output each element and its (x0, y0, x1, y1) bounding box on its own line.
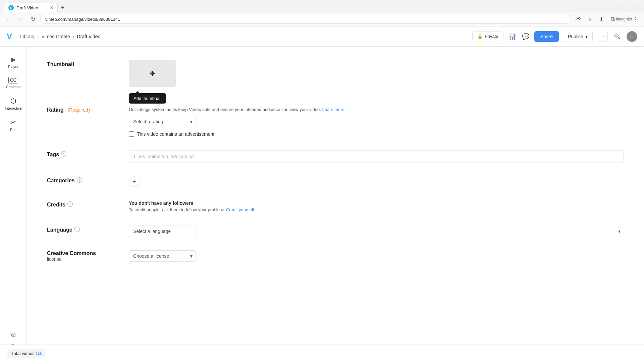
sidebar-item-edit[interactable]: ✂ Edit (2, 115, 25, 135)
close-btn[interactable] (634, 5, 639, 10)
sidebar: ▶ Player CC Captions ⬡ Interactive ✂ Edi… (0, 47, 27, 359)
add-thumbnail-tooltip: Add thumbnail (129, 93, 166, 104)
advertisement-row: This video contains an advertisement (129, 131, 624, 137)
credit-yourself-link[interactable]: Credit yourself (226, 207, 254, 212)
minimize-btn[interactable] (619, 5, 624, 10)
learn-more-link[interactable]: Learn more (322, 107, 344, 112)
private-label: Private (485, 34, 498, 39)
nav-icons: 👁 ☆ ⬇ ⧉ Incognito ⋮ (574, 14, 640, 24)
categories-section: Categories i + (47, 176, 624, 187)
rating-required: (Required) (68, 107, 90, 113)
forward-btn[interactable]: → (16, 14, 25, 24)
sidebar-item-player-label: Player (8, 65, 18, 69)
thumbnail-box[interactable]: ✥ (129, 60, 176, 87)
credits-content: You don't have any followers To credit p… (129, 200, 624, 212)
search-btn[interactable]: 🔍 (612, 31, 623, 42)
bookmark-icon[interactable]: ☆ (585, 14, 594, 24)
menu-icon[interactable]: ⋮ (631, 14, 640, 24)
browser-chrome: Draft Video ✕ + ← → ↻ vimeo.com/manage/v… (0, 0, 644, 26)
tags-label-group: Tags i (47, 150, 121, 158)
download-icon[interactable]: ⬇ (596, 14, 606, 24)
sidebar-item-player[interactable]: ▶ Player (2, 52, 25, 72)
total-videos-badge: Total videos 1/3 (7, 349, 46, 358)
publish-label: Publish (568, 34, 583, 39)
advertisement-checkbox[interactable] (129, 131, 134, 137)
tags-info-icon: i (61, 151, 66, 157)
thumbnail-area: ✥ Add thumbnail (129, 60, 624, 87)
credits-label: Credits (47, 200, 65, 208)
publish-btn[interactable]: Publish ▾ (563, 31, 593, 42)
language-select[interactable]: Select a language (129, 226, 196, 237)
total-videos-label: Total videos (11, 351, 35, 356)
total-videos-count: 1/3 (36, 351, 42, 356)
credits-section: Credits i You don't have any followers T… (47, 200, 624, 212)
categories-info-icon: i (77, 177, 82, 183)
rating-select-wrapper: Select a rating ▾ (129, 116, 196, 127)
browser-tabs: Draft Video ✕ + (4, 3, 67, 12)
cursor-icon: ✥ (150, 69, 155, 77)
vimeo-logo: V (7, 32, 12, 41)
advertisement-label[interactable]: This video contains an advertisement (137, 131, 214, 137)
credits-description: To credit people, ask them to follow you… (129, 207, 624, 212)
breadcrumb-create[interactable]: Vimeo Create (41, 34, 70, 39)
tags-section: Tags i (47, 150, 624, 163)
tags-label: Tags (47, 150, 59, 158)
language-section: Language i Select a language ▾ (47, 226, 624, 237)
active-tab[interactable]: Draft Video ✕ (4, 3, 58, 12)
comment-icon[interactable]: 💬 (521, 32, 530, 41)
rating-label-group: Rating (Required) (47, 107, 121, 113)
cc-label-group: Creative Commons license (47, 250, 121, 262)
browser-titlebar: Draft Video ✕ + (0, 0, 644, 12)
new-tab-btn[interactable]: + (58, 3, 67, 12)
compass-btn[interactable]: ◎ (9, 329, 18, 339)
captions-icon: CC (8, 77, 18, 83)
browser-nav: ← → ↻ vimeo.com/manage/videos/896381341 … (0, 12, 644, 26)
address-bar[interactable]: vimeo.com/manage/videos/896381341 (40, 15, 571, 24)
tags-input[interactable] (129, 150, 624, 163)
chevron-down-icon: ▾ (585, 34, 588, 39)
topnav: V Library › Vimeo Create › Draft Video 🔒… (0, 26, 644, 47)
tab-close-btn[interactable]: ✕ (50, 5, 53, 10)
lock-icon: 🔒 (477, 34, 483, 39)
private-btn[interactable]: 🔒 Private (472, 32, 503, 41)
total-videos-bar: Total videos 1/3 (0, 345, 644, 359)
credits-info-icon: i (67, 201, 73, 207)
app: V Library › Vimeo Create › Draft Video 🔒… (0, 26, 644, 359)
rating-label: Rating (47, 106, 64, 113)
share-btn[interactable]: Share (534, 31, 559, 42)
categories-label-group: Categories i (47, 176, 121, 184)
content-area: ▶ Player CC Captions ⬡ Interactive ✂ Edi… (0, 47, 644, 359)
breadcrumb-sep1: › (37, 34, 39, 39)
breadcrumb-current: Draft Video (77, 34, 101, 39)
breadcrumb-library[interactable]: Library (20, 34, 35, 39)
main-content: Thumbnail ✥ Add thumbnail Rating (Requir… (27, 47, 644, 359)
thumbnail-label: Thumbnail (47, 60, 121, 67)
categories-label: Categories (47, 176, 75, 184)
sidebar-item-interactive[interactable]: ⬡ Interactive (2, 94, 25, 114)
incognito-label: Incognito (619, 14, 629, 24)
credits-no-followers-title: You don't have any followers (129, 200, 624, 206)
analytics-icon[interactable]: 📊 (507, 32, 517, 41)
player-icon: ▶ (11, 55, 16, 63)
categories-add-btn[interactable]: + (129, 176, 140, 187)
rating-section: Rating (Required) Our ratings system hel… (47, 107, 624, 137)
more-btn[interactable]: ··· (597, 31, 608, 42)
back-btn[interactable]: ← (4, 14, 13, 24)
rating-controls: Our ratings system helps keep Vimeo safe… (129, 107, 624, 137)
sidebar-item-edit-label: Edit (10, 128, 16, 132)
credits-label-group: Credits i (47, 200, 121, 208)
url-text: vimeo.com/manage/videos/896381341 (45, 17, 120, 22)
categories-controls: + (129, 176, 624, 187)
maximize-btn[interactable] (627, 5, 631, 10)
cc-select[interactable]: Choose a license (129, 250, 196, 262)
cc-section: Creative Commons license Choose a licens… (47, 250, 624, 262)
language-label: Language (47, 226, 72, 233)
breadcrumb: Library › Vimeo Create › Draft Video (20, 34, 467, 39)
sidebar-item-captions[interactable]: CC Captions (2, 73, 25, 92)
rating-select[interactable]: Select a rating (129, 116, 196, 127)
tab-favicon (8, 5, 14, 10)
refresh-btn[interactable]: ↻ (28, 14, 38, 24)
sidebar-item-captions-label: Captions (6, 85, 20, 89)
avatar[interactable]: U (627, 31, 637, 42)
eye-off-icon[interactable]: 👁 (574, 14, 583, 24)
